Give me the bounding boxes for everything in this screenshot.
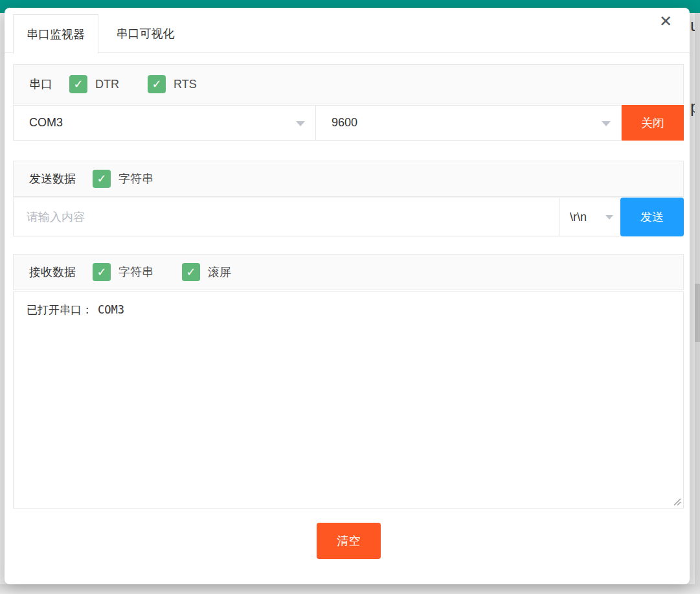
line-ending-select[interactable]: \r\n xyxy=(559,198,620,236)
close-icon[interactable]: ✕ xyxy=(656,12,675,31)
serial-section-title: 串口 xyxy=(29,76,52,92)
receive-section-title: 接收数据 xyxy=(29,264,76,280)
log-line-prefix: 已打开串口： xyxy=(27,304,93,316)
autoscroll-checkbox[interactable]: ✓ xyxy=(182,263,200,281)
close-port-button[interactable]: 关闭 xyxy=(622,105,684,141)
log-line: 已打开串口：COM3 xyxy=(27,303,670,317)
rts-checkbox[interactable]: ✓ xyxy=(148,75,166,93)
send-input[interactable] xyxy=(13,198,559,236)
send-row: \r\n 发送 xyxy=(13,198,684,236)
send-section-header: 发送数据 ✓ 字符串 xyxy=(13,161,684,197)
port-select-value: COM3 xyxy=(29,116,63,130)
line-ending-select-value: \r\n xyxy=(570,211,587,224)
baud-select-value: 9600 xyxy=(332,116,357,130)
serial-port-row: COM3 9600 关闭 xyxy=(13,105,684,141)
serial-monitor-dialog: 串口监视器 串口可视化 ✕ 串口 ✓ DTR ✓ RTS COM3 9600 关… xyxy=(5,8,690,584)
receive-string-checkbox[interactable]: ✓ xyxy=(93,263,111,281)
dtr-checkbox[interactable]: ✓ xyxy=(69,75,87,93)
send-button[interactable]: 发送 xyxy=(620,198,684,236)
receive-string-checkbox-label[interactable]: 字符串 xyxy=(119,264,153,280)
send-string-checkbox[interactable]: ✓ xyxy=(93,170,111,188)
dtr-checkbox-label[interactable]: DTR xyxy=(95,78,119,91)
dialog-tabbar: 串口监视器 串口可视化 xyxy=(5,14,690,53)
baud-select[interactable]: 9600 xyxy=(315,105,622,141)
chevron-down-icon xyxy=(605,215,613,220)
chevron-down-icon xyxy=(296,121,305,126)
tab-serial-monitor[interactable]: 串口监视器 xyxy=(13,14,98,54)
background-page-bottom xyxy=(0,584,700,594)
send-string-checkbox-label[interactable]: 字符串 xyxy=(119,171,153,187)
tab-serial-visualizer[interactable]: 串口可视化 xyxy=(98,14,192,53)
chevron-down-icon xyxy=(602,121,611,126)
receive-section-header: 接收数据 ✓ 字符串 ✓ 滚屏 xyxy=(13,254,684,290)
receive-log-area[interactable]: 已打开串口：COM3 xyxy=(13,291,684,508)
serial-section-header: 串口 ✓ DTR ✓ RTS xyxy=(13,64,684,104)
port-select[interactable]: COM3 xyxy=(13,105,316,141)
log-line-port: COM3 xyxy=(98,303,124,316)
background-scrollbar-thumb[interactable] xyxy=(695,284,700,342)
send-section-title: 发送数据 xyxy=(29,171,76,187)
rts-checkbox-label[interactable]: RTS xyxy=(174,78,197,91)
background-scrollbar[interactable] xyxy=(695,13,700,594)
autoscroll-checkbox-label[interactable]: 滚屏 xyxy=(208,264,231,280)
clear-button[interactable]: 清空 xyxy=(317,523,381,559)
resize-handle-icon[interactable] xyxy=(672,497,681,506)
